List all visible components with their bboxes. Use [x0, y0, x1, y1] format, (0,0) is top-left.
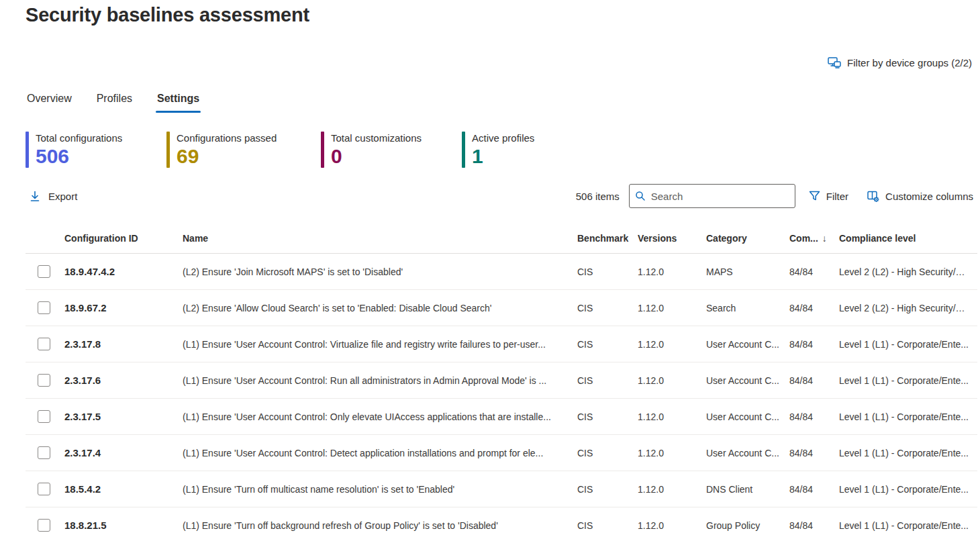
- tab-overview[interactable]: Overview: [26, 89, 73, 113]
- cell-configuration-id: 18.9.47.4.2: [64, 266, 183, 277]
- row-checkbox[interactable]: [38, 301, 50, 314]
- column-header-versions[interactable]: Versions: [638, 233, 706, 244]
- cell-compliant-devices: 84/84: [789, 339, 839, 350]
- table-row[interactable]: 2.3.17.8 (L1) Ensure 'User Account Contr…: [26, 326, 977, 362]
- download-icon: [30, 191, 40, 202]
- cell-configuration-id: 2.3.17.5: [64, 411, 183, 422]
- search-box[interactable]: [629, 184, 795, 208]
- cell-compliance-level: Level 2 (L2) - High Security/S...: [839, 303, 977, 313]
- table-row[interactable]: 18.9.47.4.2 (L2) Ensure 'Join Microsoft …: [26, 254, 977, 290]
- table-header-row: Configuration ID Name Benchmark Versions…: [26, 223, 977, 254]
- cell-name: (L1) Ensure 'User Account Control: Run a…: [183, 375, 577, 386]
- table-row[interactable]: 2.3.17.5 (L1) Ensure 'User Account Contr…: [26, 399, 977, 435]
- filter-by-device-groups-button[interactable]: Filter by device groups (2/2): [822, 54, 977, 71]
- tab-profiles[interactable]: Profiles: [95, 89, 134, 113]
- cell-category: User Account C...: [706, 339, 789, 350]
- cell-version: 1.12.0: [638, 411, 706, 422]
- cell-category: MAPS: [706, 266, 789, 277]
- cell-category: User Account C...: [706, 375, 789, 386]
- table-row[interactable]: 2.3.17.6 (L1) Ensure 'User Account Contr…: [26, 362, 977, 399]
- cell-benchmark: CIS: [577, 411, 638, 422]
- cell-version: 1.12.0: [638, 520, 706, 531]
- cell-compliance-level: Level 1 (L1) - Corporate/Ente...: [839, 520, 977, 531]
- table-row[interactable]: 18.5.4.2 (L1) Ensure 'Turn off multicast…: [26, 471, 977, 507]
- cell-version: 1.12.0: [638, 266, 706, 277]
- tab-settings[interactable]: Settings: [156, 89, 201, 113]
- stat-color-bar: [26, 132, 29, 168]
- device-groups-icon: [828, 56, 841, 68]
- cell-compliance-level: Level 1 (L1) - Corporate/Ente...: [839, 411, 977, 422]
- page-title: Security baselines assessment: [26, 4, 309, 26]
- stat-label: Active profiles: [472, 132, 534, 144]
- cell-compliance-level: Level 2 (L2) - High Security/S...: [839, 266, 977, 277]
- export-button[interactable]: Export: [26, 188, 81, 205]
- cell-compliant-devices: 84/84: [789, 520, 839, 531]
- stat-label: Total customizations: [331, 132, 422, 144]
- cell-configuration-id: 2.3.17.4: [64, 447, 183, 458]
- column-header-compliant-devices[interactable]: Com... ↓: [789, 233, 839, 244]
- cell-name: (L1) Ensure 'User Account Control: Only …: [183, 411, 577, 422]
- tab-bar: Overview Profiles Settings: [26, 89, 201, 113]
- column-header-name[interactable]: Name: [183, 233, 577, 244]
- column-header-benchmark[interactable]: Benchmark: [577, 233, 638, 244]
- stat-total-configurations: Total configurations 506: [26, 132, 166, 168]
- stat-label: Configurations passed: [177, 132, 277, 144]
- cell-name: (L1) Ensure 'Turn off multicast name res…: [183, 484, 577, 495]
- cell-benchmark: CIS: [577, 520, 638, 531]
- stat-color-bar: [462, 132, 465, 168]
- configurations-table: Configuration ID Name Benchmark Versions…: [0, 223, 980, 537]
- table-toolbar: Export 506 items Filter: [26, 183, 977, 209]
- cell-name: (L1) Ensure 'User Account Control: Virtu…: [183, 339, 577, 350]
- table-row[interactable]: 2.3.17.4 (L1) Ensure 'User Account Contr…: [26, 435, 977, 471]
- filter-by-device-groups-label: Filter by device groups (2/2): [847, 57, 972, 68]
- cell-category: DNS Client: [706, 484, 789, 495]
- row-checkbox[interactable]: [38, 410, 50, 423]
- search-icon: [635, 191, 646, 201]
- customize-columns-icon: [867, 191, 879, 202]
- cell-version: 1.12.0: [638, 375, 706, 386]
- cell-configuration-id: 18.8.21.5: [64, 520, 183, 531]
- cell-configuration-id: 2.3.17.6: [64, 375, 183, 386]
- table-row[interactable]: 18.8.21.5 (L1) Ensure 'Turn off backgrou…: [26, 507, 977, 537]
- cell-name: (L1) Ensure 'Turn off background refresh…: [183, 520, 577, 531]
- stat-total-customizations: Total customizations 0: [321, 132, 462, 168]
- cell-compliant-devices: 84/84: [789, 411, 839, 422]
- customize-columns-label: Customize columns: [885, 191, 973, 202]
- stats-row: Total configurations 506 Configurations …: [26, 132, 534, 168]
- sort-descending-icon: ↓: [822, 233, 827, 244]
- row-checkbox[interactable]: [38, 446, 50, 459]
- search-input[interactable]: [651, 191, 789, 202]
- row-checkbox[interactable]: [38, 483, 50, 495]
- cell-benchmark: CIS: [577, 339, 638, 350]
- cell-configuration-id: 2.3.17.8: [64, 338, 183, 350]
- row-checkbox[interactable]: [38, 374, 50, 387]
- cell-compliant-devices: 84/84: [789, 266, 839, 277]
- cell-name: (L1) Ensure 'User Account Control: Detec…: [183, 448, 577, 458]
- customize-columns-button[interactable]: Customize columns: [863, 188, 977, 205]
- column-header-category[interactable]: Category: [706, 233, 789, 244]
- cell-configuration-id: 18.5.4.2: [64, 483, 183, 495]
- cell-compliant-devices: 84/84: [789, 303, 839, 313]
- row-checkbox[interactable]: [38, 338, 50, 350]
- items-count: 506 items: [576, 191, 620, 202]
- cell-category: User Account C...: [706, 448, 789, 458]
- filter-funnel-icon: [809, 191, 820, 201]
- cell-configuration-id: 18.9.67.2: [64, 302, 183, 313]
- cell-compliance-level: Level 1 (L1) - Corporate/Ente...: [839, 484, 977, 495]
- cell-benchmark: CIS: [577, 484, 638, 495]
- row-checkbox[interactable]: [38, 265, 50, 278]
- filter-button[interactable]: Filter: [805, 188, 852, 205]
- column-header-configuration-id[interactable]: Configuration ID: [64, 233, 183, 244]
- cell-compliant-devices: 84/84: [789, 484, 839, 495]
- cell-category: User Account C...: [706, 411, 789, 422]
- row-checkbox[interactable]: [38, 519, 50, 532]
- cell-compliance-level: Level 1 (L1) - Corporate/Ente...: [839, 375, 977, 386]
- stat-color-bar: [321, 132, 324, 168]
- export-label: Export: [48, 191, 77, 202]
- security-baselines-page: Security baselines assessment Filter by …: [0, 0, 980, 537]
- column-header-compliance-level[interactable]: Compliance level: [839, 233, 977, 244]
- table-row[interactable]: 18.9.67.2 (L2) Ensure 'Allow Cloud Searc…: [26, 290, 977, 326]
- cell-benchmark: CIS: [577, 448, 638, 458]
- cell-compliant-devices: 84/84: [789, 375, 839, 386]
- cell-category: Group Policy: [706, 520, 789, 531]
